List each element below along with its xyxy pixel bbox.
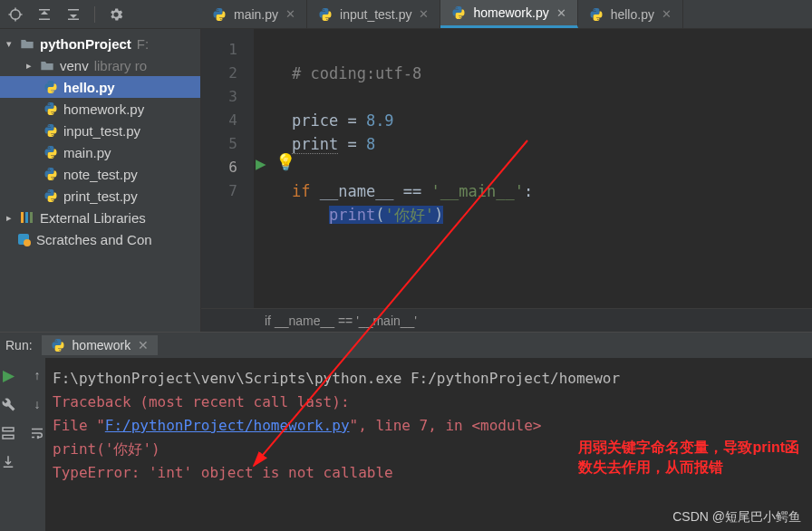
folder-icon (20, 37, 34, 50)
external-libraries[interactable]: ▸ External Libraries (0, 207, 200, 228)
file-input-test[interactable]: input_test.py (0, 120, 200, 141)
console-traceback: Traceback (most recent call last): (53, 393, 350, 410)
console-cmd: F:\pythonProject\venv\Scripts\python.exe… (53, 367, 808, 391)
annotation-text: 用弱关键字命名变量，导致print函 数失去作用，从而报错 (578, 438, 799, 478)
breadcrumb-label: if __name__ == '__main__' (265, 314, 417, 328)
file-label: homework.py (63, 101, 144, 117)
chevron-down-icon: ▾ (4, 38, 14, 50)
svg-rect-7 (3, 435, 14, 439)
python-file-icon (44, 123, 58, 138)
file-label: hello.py (63, 80, 115, 95)
file-hello[interactable]: hello.py (0, 76, 200, 98)
tab-main[interactable]: main.py ✕ (201, 0, 307, 28)
file-label: input_test.py (63, 123, 140, 139)
wrench-icon[interactable] (0, 394, 18, 414)
folder-icon (40, 59, 54, 72)
file-label: main.py (63, 145, 111, 160)
run-tab-label: homework (72, 338, 131, 352)
python-file-icon (44, 167, 58, 181)
venv-label: venv (60, 58, 89, 73)
code-line-1: # coding:utf-8 (292, 64, 421, 82)
scratches[interactable]: Scratches and Con (0, 228, 200, 250)
target-icon[interactable] (7, 6, 24, 23)
breadcrumb[interactable]: if __name__ == '__main__' (201, 308, 812, 332)
python-file-icon (451, 5, 466, 20)
expand-icon[interactable] (65, 6, 82, 23)
down-arrow-icon[interactable]: ↓ (27, 394, 47, 414)
python-file-icon (589, 7, 604, 22)
close-icon[interactable]: ✕ (419, 7, 429, 21)
svg-rect-2 (25, 212, 28, 223)
close-icon[interactable]: ✕ (285, 7, 295, 21)
intention-bulb-icon[interactable]: 💡 (276, 152, 295, 172)
run-toolbar: ▶ ↑ ↓ (0, 358, 45, 531)
file-homework[interactable]: homework.py (0, 98, 200, 120)
project-root-path: F: (137, 36, 149, 52)
svg-rect-3 (30, 212, 33, 223)
run-tabbar: Run: homework ✕ (0, 333, 812, 358)
venv-suffix: library ro (94, 58, 147, 73)
watermark: CSDN @短尾巴小鳄鱼 (672, 509, 801, 526)
up-arrow-icon[interactable]: ↑ (27, 365, 47, 385)
close-icon[interactable]: ✕ (556, 6, 566, 20)
tab-label: input_test.py (340, 7, 411, 22)
file-main[interactable]: main.py (0, 141, 200, 163)
library-icon (20, 210, 34, 225)
external-label: External Libraries (40, 210, 146, 226)
close-icon[interactable]: ✕ (138, 338, 149, 352)
run-gutter-icon[interactable]: ▶ (256, 156, 266, 172)
export-icon[interactable] (0, 452, 18, 472)
wrap-icon[interactable] (27, 423, 47, 443)
file-label: print_test.py (63, 188, 138, 204)
python-file-icon (44, 145, 58, 159)
svg-rect-1 (21, 212, 24, 223)
project-sidebar: ▾ pythonProject F: ▸ venv library ro hel… (0, 29, 201, 332)
python-file-icon (44, 80, 58, 94)
editor-tabbar: main.py ✕ input_test.py ✕ homework.py ✕ … (201, 0, 812, 29)
project-root-label: pythonProject (40, 36, 131, 52)
tab-homework[interactable]: homework.py ✕ (440, 0, 577, 28)
stack-icon[interactable] (0, 423, 18, 443)
python-file-icon (51, 338, 65, 352)
console-file-link[interactable]: F:/pythonProject/homework.py (105, 417, 350, 434)
code-content[interactable]: # coding:utf-8 price = 8.9 print = 8 if … (254, 29, 812, 308)
python-file-icon (212, 7, 227, 22)
scratches-label: Scratches and Con (36, 232, 152, 247)
python-file-icon (318, 7, 333, 22)
collapse-icon[interactable] (36, 6, 53, 23)
file-print-test[interactable]: print_test.py (0, 185, 200, 207)
run-tab-homework[interactable]: homework ✕ (42, 335, 159, 355)
close-icon[interactable]: ✕ (662, 7, 672, 21)
tab-input-test[interactable]: input_test.py ✕ (307, 0, 440, 28)
run-title: Run: (5, 338, 33, 352)
tab-label: homework.py (473, 5, 548, 20)
chevron-right-icon: ▸ (24, 60, 34, 72)
chevron-right-icon: ▸ (4, 212, 14, 224)
svg-point-0 (11, 9, 21, 19)
python-file-icon (44, 101, 58, 116)
svg-rect-6 (3, 428, 14, 431)
venv-folder[interactable]: ▸ venv library ro (0, 54, 200, 76)
run-console[interactable]: F:\pythonProject\venv\Scripts\python.exe… (45, 358, 812, 531)
scratches-icon (16, 232, 31, 246)
svg-point-5 (24, 239, 31, 246)
file-note-test[interactable]: note_test.py (0, 163, 200, 185)
tab-label: hello.py (611, 7, 654, 22)
line-gutter: 1 2 3 4 5 6 7 (201, 29, 254, 308)
tab-hello[interactable]: hello.py ✕ (578, 0, 683, 28)
python-file-icon (44, 188, 58, 203)
gear-icon[interactable] (108, 6, 124, 23)
code-editor[interactable]: 1 2 3 4 5 6 7 # coding:utf-8 price = 8.9… (201, 29, 812, 308)
project-root[interactable]: ▾ pythonProject F: (0, 33, 200, 54)
file-label: note_test.py (63, 167, 138, 182)
rerun-icon[interactable]: ▶ (0, 365, 18, 385)
tab-label: main.py (234, 7, 278, 22)
toolbar-divider (94, 6, 95, 23)
